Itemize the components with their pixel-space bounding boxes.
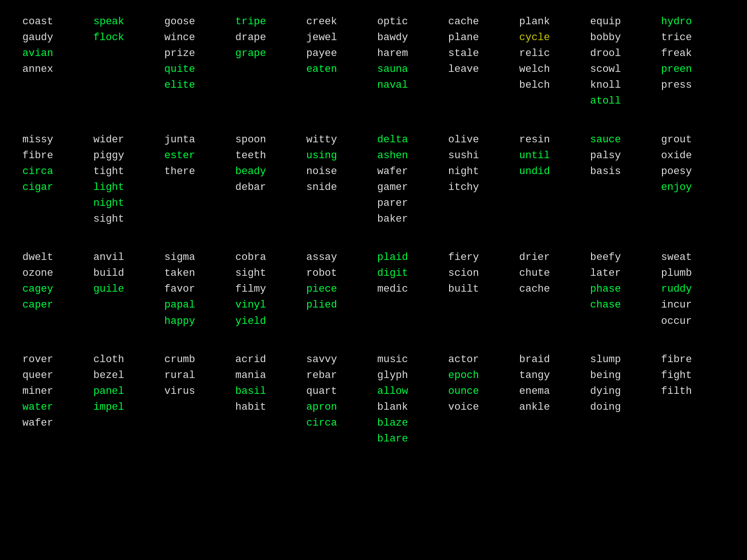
word-item: annex <box>22 62 86 77</box>
word-item: bobby <box>590 30 654 46</box>
col-2-3: juntaesterthere <box>161 132 232 228</box>
col-2-2: widerpiggytightlightnightsight <box>90 132 161 228</box>
word-item: circa <box>306 415 370 431</box>
word-item: speak <box>93 14 157 30</box>
word-item: light <box>93 180 157 196</box>
word-item: olive <box>448 132 512 148</box>
col-2-5: wittyusingnoisesnide <box>303 132 374 228</box>
word-item: rover <box>22 352 86 368</box>
word-item: flock <box>93 30 157 46</box>
col-1-6: opticbawdyharemsaunanaval <box>374 14 444 110</box>
word-item: vinyl <box>235 297 299 313</box>
word-item: sigma <box>164 250 228 266</box>
word-item: night <box>448 164 512 180</box>
col-4-8: braidtangyenemaankle <box>515 352 586 448</box>
word-item: optic <box>377 14 441 30</box>
word-item: beefy <box>590 250 654 266</box>
col-1-2: speakflock <box>90 14 161 110</box>
col-2-8: resinuntilundid <box>515 132 586 228</box>
word-item: grout <box>661 132 725 148</box>
word-item: sushi <box>448 148 512 164</box>
word-item: beady <box>235 164 299 180</box>
col-1-5: creekjewelpayeeeaten <box>303 14 374 110</box>
word-item: plane <box>448 30 512 46</box>
word-item: prize <box>164 46 228 62</box>
col-4-10: fibrefightfilth <box>657 352 728 448</box>
word-item: wince <box>164 30 228 46</box>
word-item: coast <box>22 14 86 30</box>
word-item: avian <box>22 46 86 62</box>
word-item: itchy <box>448 180 512 196</box>
word-item: snide <box>306 180 370 196</box>
word-item: tripe <box>235 14 299 30</box>
word-item: elite <box>164 77 228 93</box>
word-item: plied <box>306 297 370 313</box>
word-item: baker <box>377 211 441 227</box>
word-item: parer <box>377 196 441 211</box>
word-item: braid <box>519 352 583 368</box>
word-item: ozone <box>22 266 86 281</box>
word-item: blank <box>377 399 441 415</box>
word-item: piece <box>306 281 370 297</box>
word-item: until <box>519 148 583 164</box>
word-item: filmy <box>235 281 299 297</box>
word-item: savvy <box>306 352 370 368</box>
word-item: circa <box>22 164 86 180</box>
word-item: tight <box>93 164 157 180</box>
word-item: guile <box>93 281 157 297</box>
word-item: fiery <box>448 250 512 266</box>
word-item: belch <box>519 77 583 93</box>
col-4-4: acridmaniabasilhabit <box>232 352 303 448</box>
word-item: habit <box>235 399 299 415</box>
word-item: doing <box>590 399 654 415</box>
word-item: bawdy <box>377 30 441 46</box>
col-2-1: missyfibrecircacigar <box>19 132 90 228</box>
word-item: later <box>590 266 654 281</box>
word-item: missy <box>22 132 86 148</box>
word-item: tangy <box>519 368 583 384</box>
word-item: caper <box>22 297 86 313</box>
word-item: witty <box>306 132 370 148</box>
word-item: glyph <box>377 368 441 384</box>
col-2-10: groutoxidepoesyenjoy <box>657 132 728 228</box>
word-item: ruddy <box>661 281 725 297</box>
word-item: jewel <box>306 30 370 46</box>
word-item: cigar <box>22 180 86 196</box>
word-item: chase <box>590 297 654 313</box>
col-1-10: hydrotricefreakpreenpress <box>657 14 728 110</box>
word-item: build <box>93 266 157 281</box>
word-item: apron <box>306 399 370 415</box>
word-item: poesy <box>661 164 725 180</box>
word-item: miner <box>22 384 86 399</box>
col-4-3: crumbruralvirus <box>161 352 232 448</box>
col-3-6: plaiddigitmedic <box>374 250 444 329</box>
word-item: plumb <box>661 266 725 281</box>
word-item: fibre <box>22 148 86 164</box>
word-item: debar <box>235 180 299 196</box>
word-item: drool <box>590 46 654 62</box>
word-item: mania <box>235 368 299 384</box>
word-item: resin <box>519 132 583 148</box>
word-item: filth <box>661 384 725 399</box>
word-item: hydro <box>661 14 725 30</box>
word-item: freak <box>661 46 725 62</box>
word-item: harem <box>377 46 441 62</box>
word-item: ankle <box>519 399 583 415</box>
word-item: gamer <box>377 180 441 196</box>
word-item: wafer <box>377 164 441 180</box>
word-item: welch <box>519 62 583 77</box>
word-item: fibre <box>661 352 725 368</box>
word-item: rural <box>164 368 228 384</box>
word-item: robot <box>306 266 370 281</box>
word-item: queer <box>22 368 86 384</box>
word-item: incur <box>661 297 725 313</box>
col-1-4: tripedrapegrape <box>232 14 303 110</box>
word-item: equip <box>590 14 654 30</box>
word-item: grape <box>235 46 299 62</box>
word-item: chute <box>519 266 583 281</box>
word-item: teeth <box>235 148 299 164</box>
col-4-5: savvyrebarquartaproncirca <box>303 352 374 448</box>
col-1-7: cacheplanestaleleave <box>444 14 515 110</box>
word-item: allow <box>377 384 441 399</box>
word-item: relic <box>519 46 583 62</box>
